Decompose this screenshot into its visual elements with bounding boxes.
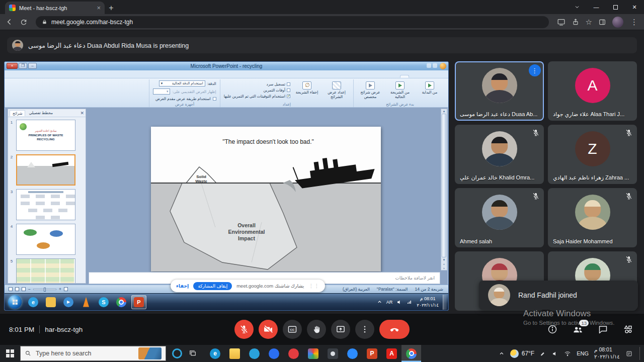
cortana-icon[interactable] xyxy=(172,348,182,358)
chrome-icon[interactable] xyxy=(114,295,129,309)
ribbon-tab[interactable] xyxy=(410,76,418,78)
slide-thumbnail[interactable]: 3 xyxy=(9,189,84,220)
taskbar-clock[interactable]: 08:01 م ٢٠٢٢/١١/١٤ xyxy=(594,346,620,360)
slide-thumbnail[interactable]: 1 مبادئ اعادة التدوير PRINCIPLES OF WAST… xyxy=(9,120,84,151)
close-button[interactable]: ✕ xyxy=(625,0,644,14)
wifi-icon[interactable] xyxy=(564,350,571,357)
thumbnail-preview[interactable]: مبادئ اعادة التدوير PRINCIPLES OF WASTE … xyxy=(16,120,75,151)
drag-handle-icon[interactable]: ⋮⋮ xyxy=(308,283,319,289)
search-highlight-image[interactable] xyxy=(138,347,162,359)
acrobat-icon[interactable] xyxy=(382,345,401,362)
custom-slideshow-button[interactable]: عرض شرائح مخصص xyxy=(357,80,383,99)
ribbon-tab[interactable] xyxy=(437,76,445,78)
scroll-up-icon[interactable]: ▲ xyxy=(443,110,446,113)
outline-tab[interactable]: مخطط تفصيلي xyxy=(26,110,55,116)
search-input[interactable] xyxy=(36,350,134,357)
ribbon-tab[interactable] xyxy=(428,76,436,78)
zoom-out-icon[interactable]: − xyxy=(28,287,31,292)
chat-icon[interactable] xyxy=(597,323,609,335)
weather-widget[interactable]: 67°F xyxy=(510,349,534,358)
participant-tile[interactable]: ⋮ Ahmed salah xyxy=(455,188,544,247)
activities-icon[interactable] xyxy=(622,323,634,335)
reload-icon[interactable] xyxy=(20,18,28,26)
win7-clock[interactable]: 08:01 م ٢٠٢٢/١١/١٤ xyxy=(417,296,439,308)
previous-slide-icon[interactable]: « xyxy=(443,262,445,265)
slide-thumbnail[interactable]: 4 xyxy=(9,224,84,255)
edge-icon[interactable] xyxy=(205,345,225,362)
profile-avatar[interactable] xyxy=(612,17,623,28)
zoom-icon[interactable] xyxy=(343,345,362,362)
slide-scrollbar[interactable]: ▲ ▼ « » xyxy=(441,109,447,270)
internet-explorer-icon[interactable] xyxy=(26,295,41,309)
mic-off-button[interactable] xyxy=(234,320,254,339)
from-current-slide-button[interactable]: من الشريحة الحالية xyxy=(387,80,413,99)
taskbar-search-box[interactable] xyxy=(20,346,166,361)
slide-sorter-view-icon[interactable] xyxy=(15,287,19,291)
address-bar[interactable]: meet.google.com/har-bscz-tgh xyxy=(36,16,549,28)
speaker-icon[interactable] xyxy=(396,299,403,305)
people-icon[interactable]: 13 xyxy=(572,323,584,335)
side-panel-icon[interactable] xyxy=(598,18,606,26)
thumbnail-preview[interactable] xyxy=(16,224,75,255)
tile-options-icon[interactable]: ⋮ xyxy=(529,64,541,76)
zoom-in-icon[interactable]: + xyxy=(59,287,61,292)
back-icon[interactable] xyxy=(5,18,14,26)
resolution-dropdown[interactable]: استخدام الدقة الحالية▾ xyxy=(159,80,205,86)
skype-icon[interactable] xyxy=(96,295,111,309)
stop-sharing-button[interactable]: إيقاف المشاركة xyxy=(193,282,232,290)
raise-hand-button[interactable] xyxy=(307,320,326,339)
setup-slideshow-button[interactable]: إعداد عرض الشرائح xyxy=(324,80,350,99)
chrome-icon[interactable] xyxy=(401,345,421,362)
start-button[interactable] xyxy=(0,345,20,362)
powerpoint-icon[interactable] xyxy=(362,345,382,362)
camera-off-button[interactable] xyxy=(259,320,278,339)
speaker-icon[interactable] xyxy=(552,350,558,357)
thumbnail-preview[interactable] xyxy=(16,154,75,186)
participant-tile[interactable]: ⋮ Saja Haider Mohammed xyxy=(548,188,637,247)
maximize-button[interactable] xyxy=(606,0,625,14)
tab-close-icon[interactable]: × xyxy=(97,5,101,11)
language-indicator[interactable]: العربية (العراق) xyxy=(343,287,370,292)
zoom-slider-thumb[interactable] xyxy=(44,288,46,292)
ribbon-tab[interactable] xyxy=(373,76,381,78)
presenter-view-option[interactable]: استخدام طريقة عرض مقدم العرض xyxy=(155,97,216,101)
media-player-icon[interactable] xyxy=(61,295,76,309)
telegram-icon[interactable] xyxy=(245,345,264,362)
vlc-icon[interactable] xyxy=(78,295,94,309)
ppt-maximize-button[interactable]: ❐ xyxy=(19,63,27,69)
language-indicator[interactable]: ENG xyxy=(577,350,589,356)
fit-to-window-icon[interactable] xyxy=(64,287,68,291)
ribbon-tab[interactable] xyxy=(382,76,390,78)
ribbon-tab[interactable] xyxy=(419,76,427,78)
meeting-details-icon[interactable] xyxy=(546,323,558,335)
win7-start-button[interactable] xyxy=(8,295,22,309)
cast-icon[interactable] xyxy=(557,18,566,26)
participant-tile[interactable]: Z ⋮ زهراء ناظم عبد الهادي Zahraa ... xyxy=(548,125,637,184)
hidden-icons-chevron[interactable] xyxy=(499,350,505,356)
network-icon[interactable] xyxy=(407,299,413,305)
present-screen-button[interactable] xyxy=(331,320,350,339)
slide-thumbnail[interactable]: 5 xyxy=(9,258,84,283)
new-tab-button[interactable]: + xyxy=(105,2,118,14)
hide-slide-button[interactable]: إخفاء الشريحة xyxy=(294,80,320,95)
browser-tab[interactable]: Meet - har-bscz-tgh × xyxy=(5,2,105,14)
photos-icon[interactable] xyxy=(303,345,323,362)
use-timings-option[interactable]: استخدام التوقيتات التي تم التمرين عليها xyxy=(224,94,290,99)
zoom-slider[interactable] xyxy=(33,289,56,290)
ppt-close-button[interactable]: × xyxy=(7,63,18,69)
hidden-icons-chevron[interactable] xyxy=(377,299,382,305)
minimize-button[interactable]: — xyxy=(587,0,606,14)
next-slide-icon[interactable]: » xyxy=(443,266,445,269)
participant-tile[interactable]: ⋮ دعاء عبد الرضا موسى Duaa Ab... xyxy=(455,61,544,121)
show-desktop-button[interactable] xyxy=(639,347,642,360)
slide-thumbnail[interactable]: 2 xyxy=(9,154,84,186)
panel-close-icon[interactable]: ✕ xyxy=(80,111,84,116)
messenger-icon[interactable] xyxy=(264,345,284,362)
captions-button[interactable]: CC xyxy=(283,320,302,339)
slideshow-view-icon[interactable] xyxy=(22,287,26,291)
scrollbar-thumb[interactable] xyxy=(442,114,446,257)
show-on-dropdown[interactable]: ▾ xyxy=(153,88,170,95)
ribbon-tab[interactable] xyxy=(400,75,409,78)
normal-view-icon[interactable] xyxy=(9,287,13,291)
from-beginning-button[interactable]: من البداية xyxy=(417,80,443,95)
